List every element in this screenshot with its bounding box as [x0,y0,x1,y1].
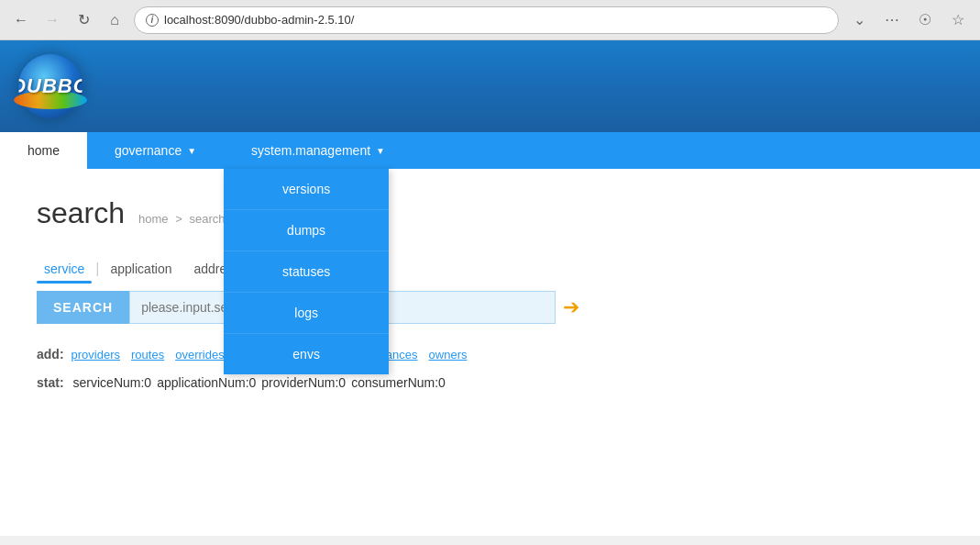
dropdown-item-statuses[interactable]: statuses [224,250,389,292]
browser-chrome: ← → ↻ ⌂ i ⌄ ⋯ ☉ ☆ [0,0,980,40]
content-area: search home > search service | applicati… [0,169,980,536]
nav-item-home[interactable]: home [0,132,87,169]
add-link-routes[interactable]: routes [131,348,164,361]
search-go-button[interactable]: ➔ [556,292,587,323]
governance-dropdown-arrow: ▼ [187,146,196,156]
stat-service-num: serviceNum:0 [73,375,152,390]
nav-label-system-management: system.management [251,143,370,158]
info-icon: i [146,14,159,27]
dropdown-item-envs[interactable]: envs [224,333,389,374]
address-bar: i [134,6,839,34]
stat-label: stat: [37,375,64,390]
dropdown-item-dumps[interactable]: dumps [224,209,389,250]
search-button[interactable]: SEARCH [37,291,129,324]
logo-text: DUBBO [18,74,83,98]
tab-sep-1: | [95,261,99,277]
breadcrumb-current: search [189,212,225,226]
stat-provider-num: providerNum:0 [261,375,346,390]
app-header: DUBBO [0,40,980,132]
more-options-icon[interactable]: ⋯ [879,7,905,33]
shield-icon[interactable]: ☉ [912,7,938,33]
dropdown-item-versions[interactable]: versions [224,169,389,209]
tab-application[interactable]: application [104,258,180,280]
url-input[interactable] [164,13,827,27]
star-icon[interactable]: ☆ [945,7,971,33]
add-link-overrides[interactable]: overrides [175,348,224,361]
nav-item-system-management[interactable]: system.management ▼ versions dumps statu… [224,132,413,169]
add-link-owners[interactable]: owners [429,348,468,361]
forward-button[interactable]: → [40,8,64,32]
page-title: search [37,196,125,230]
dubbo-logo: DUBBO [18,54,138,118]
chevron-down-icon[interactable]: ⌄ [846,7,872,33]
breadcrumb: home > search [138,212,225,226]
browser-actions: ⌄ ⋯ ☉ ☆ [846,7,971,33]
stat-application-num: applicationNum:0 [157,375,256,390]
back-button[interactable]: ← [9,8,33,32]
search-tabs: service | application address [37,258,943,280]
stat-consumer-num: consumerNum:0 [351,375,446,390]
nav-label-governance: governance [115,143,182,158]
reload-button[interactable]: ↻ [72,8,95,32]
nav-bar: home governance ▼ system.management ▼ ve… [0,132,980,169]
add-link-providers[interactable]: providers [72,348,120,361]
breadcrumb-sep: > [175,212,182,226]
dropdown-item-logs[interactable]: logs [224,292,389,333]
breadcrumb-home: home [138,212,169,226]
system-dropdown-menu: versions dumps statuses logs envs [224,169,389,374]
add-section: add: providers routes overrides accesses… [37,347,943,361]
system-dropdown-arrow: ▼ [376,146,385,156]
add-label: add: [37,347,64,361]
home-button[interactable]: ⌂ [103,8,127,32]
nav-item-governance[interactable]: governance ▼ [87,132,224,169]
page-header: search home > search [37,196,943,230]
tab-service[interactable]: service [37,258,92,280]
stat-section: stat: serviceNum:0 applicationNum:0 prov… [37,375,943,390]
nav-label-home: home [28,143,60,158]
